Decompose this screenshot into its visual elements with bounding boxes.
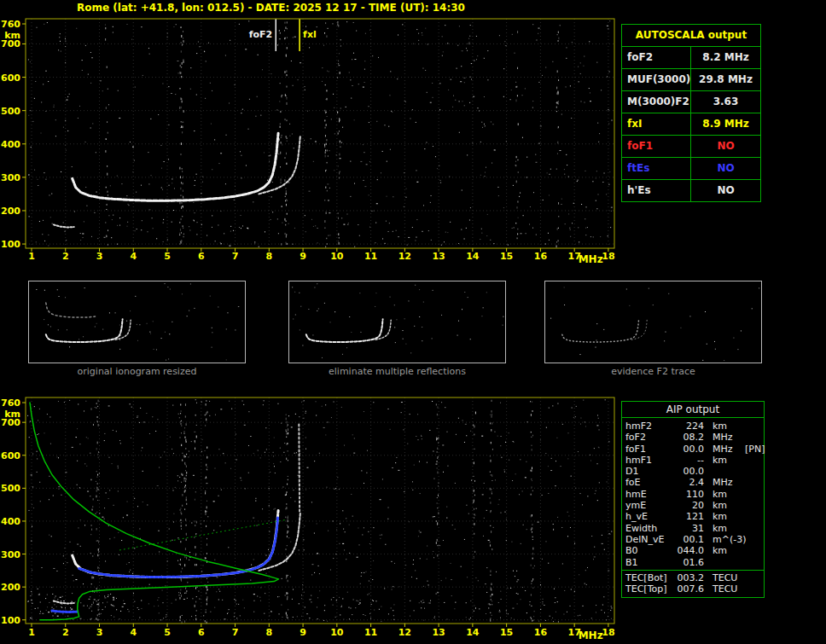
parameter-label: h'Es [622, 180, 691, 201]
svg-text:8: 8 [265, 251, 272, 262]
parameter-value: 08.2 [675, 432, 706, 443]
axis-labels: 123456789101112131415161718MHz1002003004… [1, 397, 615, 641]
svg-text:100: 100 [1, 239, 20, 250]
parameter-flag [742, 583, 760, 595]
parameter-flag [742, 545, 760, 556]
parameter-value: 20 [675, 500, 706, 511]
marker-label-fxl: fxl [303, 29, 317, 40]
parameter-label: foF1 [622, 136, 691, 157]
svg-text:9: 9 [300, 251, 306, 262]
aip-tec-section: TEC[Bot]003.2TECUTEC[Top]007.6TECU [622, 570, 764, 595]
autoscala-row-m3000f2: M(3000)F23.63 [622, 91, 760, 113]
svg-text:13: 13 [432, 251, 445, 262]
parameter-value: NO [691, 158, 760, 179]
multiple-reflection-trace [46, 303, 96, 317]
parameter-value: 007.6 [675, 583, 706, 595]
autoscala-row-ftes: ftEsNO [622, 158, 760, 180]
f2-ordinary-trace [73, 133, 278, 200]
parameter-unit: km [706, 500, 742, 511]
svg-text:1: 1 [28, 627, 35, 638]
marker-label-foF2: foF2 [249, 29, 273, 40]
svg-text:6: 6 [198, 251, 205, 262]
parameter-unit: MHz [706, 477, 742, 488]
autoscala-row-hes: h'EsNO [622, 180, 760, 201]
aip-row-yme: ymE20km [622, 500, 764, 511]
parameter-flag [742, 523, 760, 534]
parameter-flag [742, 500, 760, 511]
svg-text:4: 4 [130, 251, 137, 262]
parameter-label: MUF(3000)F2 [622, 69, 691, 90]
svg-text:10: 10 [330, 251, 344, 262]
aip-tec-row-tecbot: TEC[Bot]003.2TECU [622, 572, 764, 583]
svg-text:200: 200 [1, 582, 20, 593]
svg-text:12: 12 [398, 627, 411, 638]
parameter-label: foF1 [625, 444, 675, 455]
parameter-label: hmF2 [625, 421, 675, 432]
thumbnail-evidence-image [545, 281, 761, 363]
x-axis-unit-label: MHz [579, 629, 603, 641]
svg-text:14: 14 [466, 251, 480, 262]
aip-row-b1: B101.6 [622, 557, 764, 568]
thumbnail-caption-eliminate: eliminate multiple reflections [288, 366, 506, 377]
grid-lines [26, 19, 614, 248]
y-axis-unit-label: km [4, 409, 20, 420]
y-axis-unit-label: km [4, 30, 20, 41]
profile-ionogram-chart: 123456789101112131415161718MHz1002003004… [0, 392, 621, 644]
f2-evidence-trace [562, 319, 639, 342]
aip-row-fof1: foF100.0MHz[PN] [622, 444, 764, 455]
plot-border [26, 19, 614, 248]
svg-text:400: 400 [1, 516, 20, 527]
svg-text:500: 500 [1, 106, 20, 117]
parameter-flag [742, 477, 760, 488]
parameter-label: foE [625, 477, 675, 488]
autoscala-table-title: AUTOSCALA output [622, 25, 760, 47]
aip-row-d1: D100.0 [622, 466, 764, 477]
parameter-unit: MHz [706, 432, 742, 443]
aip-row-fof2: foF208.2MHz [622, 432, 764, 443]
x-axis-unit-label: MHz [579, 253, 603, 265]
svg-text:16: 16 [534, 627, 548, 638]
svg-text:11: 11 [364, 627, 377, 638]
svg-text:4: 4 [130, 627, 137, 638]
autoscala-app-window: Rome (lat: +41.8, lon: 012.5) - DATE: 20… [0, 0, 826, 644]
background-noise [28, 20, 613, 247]
svg-text:500: 500 [1, 483, 20, 494]
parameter-unit: MHz [706, 444, 742, 455]
svg-text:9: 9 [300, 627, 306, 638]
parameter-label: ftEs [622, 158, 691, 179]
profile-guide-dotted [119, 519, 286, 550]
parameter-value: 044.0 [675, 545, 706, 556]
autoscala-row-muf3000f2: MUF(3000)F229.8 MHz [622, 69, 760, 91]
parameter-unit: km [706, 511, 742, 522]
parameter-value: 00.0 [675, 466, 706, 477]
parameter-value: 00.0 [675, 444, 706, 455]
aip-row-ewidth: Ewidth31km [622, 523, 764, 534]
parameter-value: -- [675, 455, 706, 466]
parameter-label: h_vE [625, 511, 675, 522]
parameter-unit: km [706, 421, 742, 432]
svg-text:600: 600 [1, 73, 20, 84]
thumbnail-evidence-f2 [544, 281, 762, 363]
aip-row-delnve: DelN_vE00.1m^(-3) [622, 534, 764, 545]
parameter-value: 121 [675, 511, 706, 522]
parameter-unit: km [706, 545, 742, 556]
aip-row-hme: hmE110km [622, 489, 764, 500]
svg-text:18: 18 [602, 251, 614, 262]
parameter-label: TEC[Top] [625, 583, 675, 595]
parameter-flag [742, 534, 760, 545]
parameter-label: DelN_vE [625, 534, 675, 545]
aip-tec-row-tectop: TEC[Top]007.6TECU [622, 583, 764, 595]
parameter-flag [742, 557, 760, 568]
parameter-value: 8.9 MHz [691, 113, 760, 135]
parameter-value: NO [691, 180, 760, 201]
parameter-value: 110 [675, 489, 706, 500]
thumbnail-noise [550, 287, 759, 361]
svg-text:5: 5 [164, 251, 171, 262]
autoscala-output-table: AUTOSCALA output foF28.2 MHzMUF(3000)F22… [621, 24, 761, 202]
svg-text:1: 1 [28, 251, 35, 262]
parameter-value: 01.6 [675, 557, 706, 568]
svg-text:760: 760 [1, 397, 20, 409]
aip-table-body: hmF2224kmfoF208.2MHzfoF100.0MHz[PN]hmF1-… [622, 421, 764, 568]
parameter-label: B1 [625, 557, 675, 568]
parameter-label: B0 [625, 545, 675, 556]
